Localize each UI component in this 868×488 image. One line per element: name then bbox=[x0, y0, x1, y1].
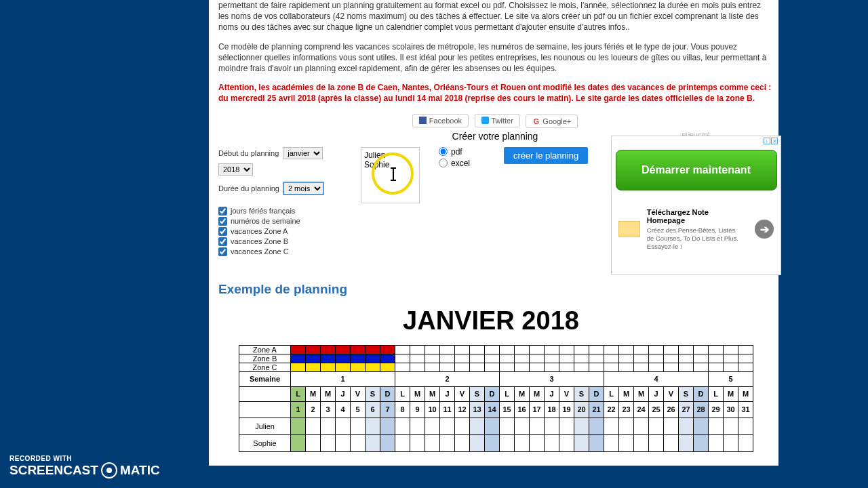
day-letter: M bbox=[619, 386, 634, 401]
calendar-cell[interactable] bbox=[425, 434, 440, 451]
calendar-cell[interactable] bbox=[351, 434, 366, 451]
calendar-cell[interactable] bbox=[709, 418, 724, 434]
calendar-cell[interactable] bbox=[604, 418, 619, 434]
calendar-cell[interactable] bbox=[589, 434, 604, 451]
calendar-cell[interactable] bbox=[500, 418, 515, 434]
calendar-cell[interactable] bbox=[694, 418, 709, 434]
calendar-cell[interactable] bbox=[530, 418, 545, 434]
calendar-cell[interactable] bbox=[306, 418, 321, 434]
calendar-cell[interactable] bbox=[545, 418, 559, 434]
day-letter: S bbox=[366, 386, 380, 401]
ad-close[interactable]: i✕ bbox=[764, 138, 778, 144]
day-number: 5 bbox=[351, 401, 366, 418]
day-number: 28 bbox=[694, 401, 709, 418]
intro-paragraph-2: Ce modèle de planning comprend les vacan… bbox=[218, 41, 772, 75]
calendar-cell[interactable] bbox=[470, 418, 485, 434]
calendar-cell[interactable] bbox=[440, 434, 455, 451]
intro-paragraph-1: permettant de faire rapidement un planni… bbox=[218, 0, 772, 33]
calendar-cell[interactable] bbox=[306, 434, 321, 451]
create-planning-button[interactable]: créer le planning bbox=[504, 147, 588, 164]
zone-label: Zone A bbox=[239, 345, 291, 354]
chk-feries[interactable]: jours fériés français bbox=[218, 207, 361, 216]
calendar-cell[interactable] bbox=[440, 418, 455, 434]
calendar-cell[interactable] bbox=[425, 418, 440, 434]
day-number: 15 bbox=[500, 401, 515, 418]
calendar-cell[interactable] bbox=[559, 434, 574, 451]
day-number: 13 bbox=[470, 401, 485, 418]
calendar-cell[interactable] bbox=[485, 434, 500, 451]
share-facebook-button[interactable]: Facebook bbox=[412, 114, 469, 127]
calendar-cell[interactable] bbox=[604, 434, 619, 451]
zone-label: Zone B bbox=[239, 354, 291, 363]
ad-arrow-icon[interactable]: ➔ bbox=[755, 220, 774, 239]
calendar-cell[interactable] bbox=[395, 418, 410, 434]
calendar-cell[interactable] bbox=[366, 418, 380, 434]
day-number: 20 bbox=[574, 401, 589, 418]
day-letter: M bbox=[738, 386, 753, 401]
calendar-cell[interactable] bbox=[470, 434, 485, 451]
calendar-cell[interactable] bbox=[515, 434, 530, 451]
day-letter: V bbox=[455, 386, 470, 401]
calendar-cell[interactable] bbox=[619, 434, 634, 451]
share-facebook-label: Facebook bbox=[429, 117, 462, 125]
day-number: 31 bbox=[738, 401, 753, 418]
calendar-cell[interactable] bbox=[574, 418, 589, 434]
format-excel[interactable]: excel bbox=[439, 159, 470, 168]
day-letter: M bbox=[515, 386, 530, 401]
calendar-cell[interactable] bbox=[619, 418, 634, 434]
calendar-cell[interactable] bbox=[709, 434, 724, 451]
calendar-cell[interactable] bbox=[291, 434, 306, 451]
names-input[interactable] bbox=[361, 147, 420, 203]
calendar-cell[interactable] bbox=[380, 418, 395, 434]
calendar-cell[interactable] bbox=[515, 418, 530, 434]
calendar-cell[interactable] bbox=[694, 434, 709, 451]
calendar-cell[interactable] bbox=[724, 418, 738, 434]
calendar-cell[interactable] bbox=[455, 418, 470, 434]
calendar-cell[interactable] bbox=[679, 434, 694, 451]
calendar-cell[interactable] bbox=[366, 434, 380, 451]
calendar-cell[interactable] bbox=[380, 434, 395, 451]
calendar-cell[interactable] bbox=[738, 434, 753, 451]
calendar-cell[interactable] bbox=[559, 418, 574, 434]
chk-zone-c[interactable]: vacances Zone C bbox=[218, 247, 361, 256]
calendar-cell[interactable] bbox=[410, 434, 425, 451]
day-letter: L bbox=[500, 386, 515, 401]
calendar-cell[interactable] bbox=[738, 418, 753, 434]
calendar-cell[interactable] bbox=[410, 418, 425, 434]
calendar-cell[interactable] bbox=[664, 434, 679, 451]
share-twitter-button[interactable]: Twitter bbox=[475, 114, 520, 127]
calendar-cell[interactable] bbox=[664, 418, 679, 434]
calendar-cell[interactable] bbox=[500, 434, 515, 451]
day-letter: V bbox=[559, 386, 574, 401]
calendar-cell[interactable] bbox=[351, 418, 366, 434]
ad-cta-button[interactable]: Démarrer maintenant bbox=[616, 150, 777, 190]
day-letter: D bbox=[694, 386, 709, 401]
calendar-cell[interactable] bbox=[321, 418, 336, 434]
calendar-cell[interactable] bbox=[649, 434, 664, 451]
calendar-cell[interactable] bbox=[724, 434, 738, 451]
calendar-cell[interactable] bbox=[679, 418, 694, 434]
calendar-cell[interactable] bbox=[530, 434, 545, 451]
calendar-cell[interactable] bbox=[545, 434, 559, 451]
duration-select[interactable]: 2 mois bbox=[283, 182, 323, 195]
start-month-select[interactable]: janvier bbox=[283, 147, 323, 159]
calendar-cell[interactable] bbox=[336, 418, 351, 434]
calendar-cell[interactable] bbox=[455, 434, 470, 451]
calendar-cell[interactable] bbox=[634, 434, 649, 451]
calendar-cell[interactable] bbox=[485, 418, 500, 434]
calendar-cell[interactable] bbox=[395, 434, 410, 451]
chk-zone-a[interactable]: vacances Zone A bbox=[218, 227, 361, 236]
chk-semaine[interactable]: numéros de semaine bbox=[218, 217, 361, 226]
calendar-cell[interactable] bbox=[634, 418, 649, 434]
share-google-button[interactable]: G Google+ bbox=[526, 115, 578, 128]
calendar-cell[interactable] bbox=[589, 418, 604, 434]
calendar-cell[interactable] bbox=[649, 418, 664, 434]
ad-box[interactable]: i✕ Démarrer maintenant Téléchargez Note … bbox=[611, 136, 781, 275]
calendar-cell[interactable] bbox=[291, 418, 306, 434]
calendar-cell[interactable] bbox=[321, 434, 336, 451]
chk-zone-b[interactable]: vacances Zone B bbox=[218, 237, 361, 246]
start-year-select[interactable]: 2018 bbox=[218, 163, 253, 176]
calendar-cell[interactable] bbox=[574, 434, 589, 451]
format-pdf[interactable]: pdf bbox=[439, 147, 470, 157]
calendar-cell[interactable] bbox=[336, 434, 351, 451]
